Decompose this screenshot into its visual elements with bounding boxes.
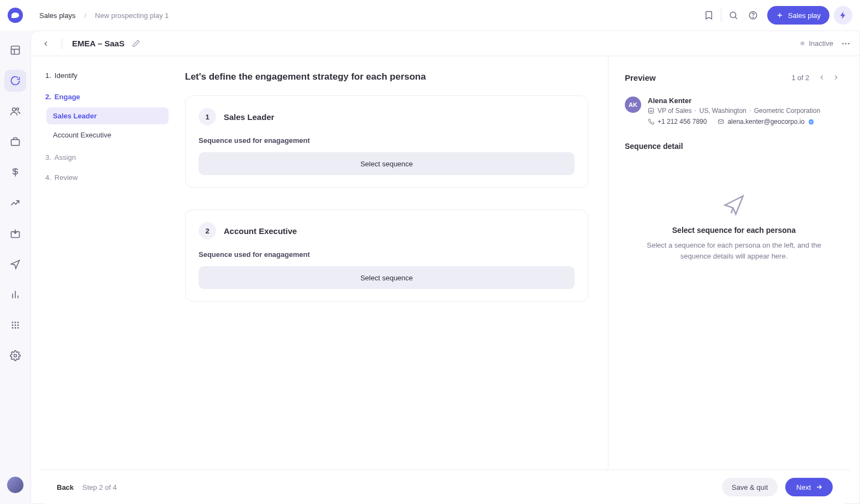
new-sales-play-button[interactable]: Sales play xyxy=(767,6,829,25)
mail-icon xyxy=(718,118,724,125)
svg-point-8 xyxy=(12,322,14,323)
sequence-label-2: Sequence used for enagagement xyxy=(199,250,575,259)
nav-settings-icon[interactable] xyxy=(4,345,26,367)
svg-point-9 xyxy=(15,322,16,323)
status-indicator: Inactive xyxy=(801,39,833,47)
breadcrumb-sep: / xyxy=(84,11,86,20)
svg-point-11 xyxy=(12,325,14,326)
contact-email: alena.kenter@geocorpo.io xyxy=(727,118,804,125)
center-content: Let's define the engagement strategy for… xyxy=(178,56,608,503)
persona-card-1: 1 Sales Leader Sequence used for enagage… xyxy=(185,95,588,188)
contact-avatar: AK xyxy=(625,97,641,113)
empty-title: Select sequence for each persona xyxy=(672,226,796,235)
svg-point-14 xyxy=(12,327,14,329)
status-label: Inactive xyxy=(809,39,833,47)
search-icon[interactable] xyxy=(724,5,743,25)
step-engage[interactable]: 2. Engage xyxy=(41,89,169,104)
preview-next-icon[interactable] xyxy=(829,70,843,85)
phone-icon xyxy=(648,118,654,125)
panel-title: EMEA – SaaS xyxy=(72,39,124,48)
breadcrumb: Sales plays / New prospecting play 1 xyxy=(39,11,169,20)
step-identify[interactable]: 1. Identify xyxy=(41,68,169,83)
svg-point-16 xyxy=(17,327,19,329)
svg-point-19 xyxy=(845,43,847,44)
breadcrumb-root[interactable]: Sales plays xyxy=(39,11,75,20)
arrow-right-icon xyxy=(815,483,823,491)
svg-point-13 xyxy=(17,325,19,326)
svg-point-18 xyxy=(842,43,844,44)
top-bar: Sales plays / New prospecting play 1 Sal… xyxy=(0,0,860,31)
sequence-detail-title: Sequence detail xyxy=(625,142,843,151)
svg-point-15 xyxy=(15,327,16,329)
svg-point-0 xyxy=(730,12,736,18)
next-label: Next xyxy=(796,483,811,491)
back-chevron-icon[interactable] xyxy=(40,38,52,50)
persona-num-1: 1 xyxy=(199,108,216,125)
bookmark-icon[interactable] xyxy=(699,5,719,25)
left-nav-rail xyxy=(0,31,31,504)
contact-phone: +1 212 456 7890 xyxy=(658,118,707,125)
contact-company: Geometric Corporation xyxy=(754,107,820,115)
help-icon[interactable] xyxy=(743,5,763,25)
plus-icon xyxy=(776,11,784,19)
footer-bar: Back Step 2 of 4 Save & quit Next xyxy=(39,470,850,504)
persona-card-2: 2 Account Executive Sequence used for en… xyxy=(185,209,588,302)
nav-incoming-icon[interactable] xyxy=(4,223,26,244)
contact-card: AK Alena Kenter VP of Sales US, Washingt… xyxy=(625,97,843,125)
nav-trend-icon[interactable] xyxy=(4,192,26,214)
more-options-icon[interactable] xyxy=(841,39,851,49)
panel-header: EMEA – SaaS Inactive xyxy=(31,31,859,56)
app-logo[interactable] xyxy=(8,8,23,23)
footer-back-button[interactable]: Back xyxy=(57,483,74,491)
footer-step-indicator: Step 2 of 4 xyxy=(82,483,117,491)
step-assign[interactable]: 3. Assign xyxy=(41,150,169,165)
empty-description: Select a sequence for each persona on th… xyxy=(647,240,821,261)
nav-dashboard-icon[interactable] xyxy=(4,39,26,61)
select-sequence-button-1[interactable]: Select sequence xyxy=(199,152,575,175)
preview-title: Preview xyxy=(625,73,791,82)
paper-plane-icon xyxy=(723,194,745,216)
preview-panel: Preview 1 of 2 AK Alena Kenter xyxy=(608,56,859,503)
svg-point-20 xyxy=(848,43,850,44)
verified-icon xyxy=(808,118,815,125)
steps-sidebar: 1. Identify 2. Engage Sales Leader Accou… xyxy=(31,56,178,503)
svg-rect-3 xyxy=(11,46,20,55)
svg-point-4 xyxy=(13,108,16,111)
nav-people-icon[interactable] xyxy=(4,100,26,122)
nav-send-icon[interactable] xyxy=(4,253,26,275)
preview-prev-icon[interactable] xyxy=(815,70,829,85)
persona-title-2: Account Executive xyxy=(224,226,297,236)
empty-state: Select sequence for each persona Select … xyxy=(625,194,843,261)
substep-account-executive[interactable]: Account Executive xyxy=(46,127,169,143)
preview-count: 1 of 2 xyxy=(791,74,809,82)
svg-point-12 xyxy=(15,325,16,326)
substep-sales-leader[interactable]: Sales Leader xyxy=(46,107,169,124)
nav-apps-icon[interactable] xyxy=(4,314,26,336)
svg-point-2 xyxy=(752,17,753,17)
contact-location: US, Washington xyxy=(699,107,746,115)
user-avatar[interactable] xyxy=(7,477,23,493)
breadcrumb-current: New prospecting play 1 xyxy=(95,11,169,20)
status-dot-icon xyxy=(801,41,804,45)
persona-num-2: 2 xyxy=(199,222,216,239)
edit-title-icon[interactable] xyxy=(132,39,140,47)
nav-plays-icon[interactable] xyxy=(4,70,26,92)
nav-briefcase-icon[interactable] xyxy=(4,131,26,153)
sequence-label-1: Sequence used for enagagement xyxy=(199,136,575,145)
svg-point-5 xyxy=(16,108,19,110)
next-button[interactable]: Next xyxy=(785,478,833,496)
svg-point-17 xyxy=(14,355,17,357)
save-quit-button[interactable]: Save & quit xyxy=(722,478,778,496)
persona-title-1: Sales Leader xyxy=(224,112,274,122)
bolt-icon[interactable] xyxy=(834,6,852,25)
nav-bar-chart-icon[interactable] xyxy=(4,284,26,305)
contact-name: Alena Kenter xyxy=(648,97,843,105)
select-sequence-button-2[interactable]: Select sequence xyxy=(199,266,575,289)
sales-play-label: Sales play xyxy=(788,11,821,20)
contact-role: VP of Sales xyxy=(658,107,691,115)
step-review[interactable]: 4. Review xyxy=(41,170,169,185)
nav-dollar-icon[interactable] xyxy=(4,161,26,183)
svg-rect-6 xyxy=(11,140,20,146)
svg-point-10 xyxy=(17,322,19,323)
linkedin-icon xyxy=(648,107,654,114)
